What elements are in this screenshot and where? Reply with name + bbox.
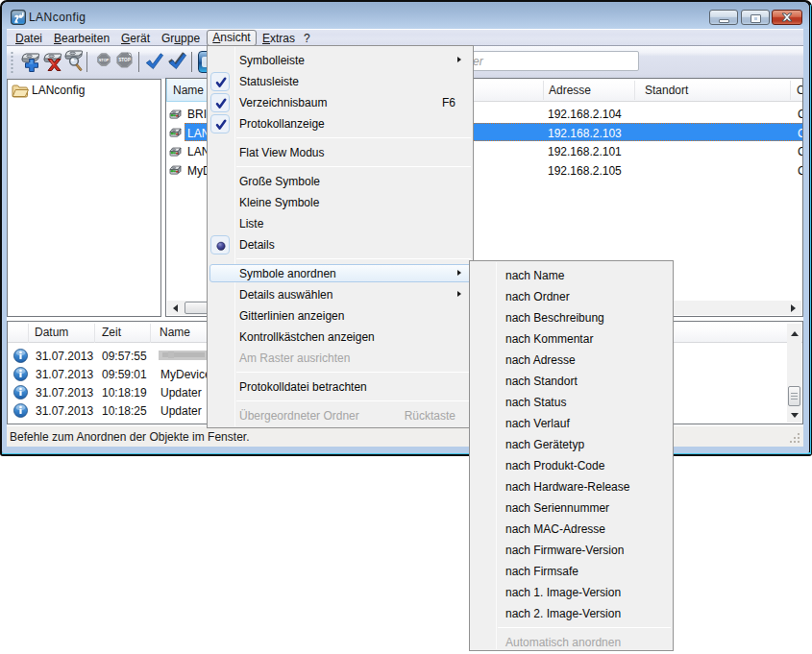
svg-text:STOP: STOP	[118, 58, 130, 62]
svg-text:STOP: STOP	[99, 59, 110, 62]
